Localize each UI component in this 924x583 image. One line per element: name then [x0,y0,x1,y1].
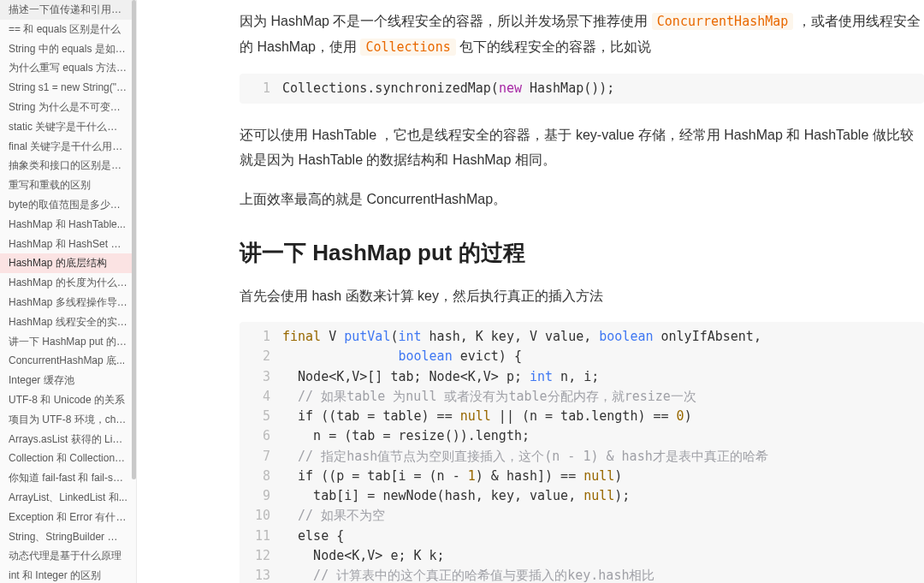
paragraph-fastest: 上面效率最高的就是 ConcurrentHashMap。 [240,187,924,212]
code-text: // 指定hash值节点为空则直接插入，这个(n - 1) & hash才是表中… [282,447,924,467]
code-line: 9 tab[i] = newNode(hash, key, value, nul… [240,486,924,506]
code-text: Node<K,V>[] tab; Node<K,V> p; int n, i; [282,367,924,387]
toc-item[interactable]: Arrays.asList 获得的 List... [0,430,136,449]
paragraph-threadsafe-intro: 因为 HashMap 不是一个线程安全的容器，所以并发场景下推荐使用 Concu… [240,9,924,60]
toc-item[interactable]: byte的取值范围是多少，... [0,195,136,215]
toc-item[interactable]: 重写和重载的区别 [0,175,136,195]
toc-item[interactable]: HashMap 的长度为什么是... [0,273,136,293]
code-line: 1final V putVal(int hash, K key, V value… [240,327,924,347]
toc-item[interactable]: HashMap 和 HashSet 的... [0,235,136,254]
code-text: // 计算表中的这个真正的哈希值与要插入的key.hash相比 [282,566,924,583]
code-line: 10 // 如果不为空 [240,506,924,526]
inline-code-concurrenthashmap: ConcurrentHashMap [652,13,794,30]
toc-item[interactable]: ConcurrentHashMap 底... [0,351,136,371]
toc-item[interactable]: String、StringBuilder 和 S... [0,527,136,547]
code-line-number: 5 [240,407,282,426]
code-line-number: 10 [240,506,282,526]
toc-item[interactable]: HashMap 和 HashTable... [0,215,136,235]
code-line-number: 8 [240,467,282,486]
code-line-number: 6 [240,426,282,446]
code-block-putval: 1final V putVal(int hash, K key, V value… [240,322,924,583]
code-text: tab[i] = newNode(hash, key, value, null)… [282,486,924,506]
toc-item[interactable]: String 为什么是不可变的、... [0,98,136,117]
keyword-new: new [499,80,522,96]
code-line: 13 // 计算表中的这个真正的哈希值与要插入的key.hash相比 [240,566,924,583]
code-line: 8 if ((p = tab[i = (n - 1) & hash]) == n… [240,467,924,486]
code-text: n = (tab = resize()).length; [282,426,924,446]
code-line: 7 // 指定hash值节点为空则直接插入，这个(n - 1) & hash才是… [240,447,924,467]
code-line: 4 // 如果table 为null 或者没有为table分配内存，就resiz… [240,387,924,407]
code-text: else { [282,526,924,546]
code-line-number: 11 [240,526,282,546]
sidebar-scrollbar[interactable] [132,0,136,583]
toc-item[interactable]: String 中的 equals 是如何... [0,39,136,59]
code-line: 2 boolean evict) { [240,347,924,366]
toc-item[interactable]: HashMap 线程安全的实现... [0,312,136,332]
toc-item[interactable]: Collection 和 Collections... [0,449,136,468]
toc-item[interactable]: static 关键字是干什么用的... [0,117,136,137]
code-line-number: 9 [240,486,282,506]
code-line: 1 Collections.synchronizedMap(new HashMa… [240,79,924,98]
sidebar-scrollbar-thumb[interactable] [132,0,136,479]
toc-list: 描述一下值传递和引用传...== 和 equals 区别是什么String 中的… [0,0,136,583]
code-line: 12 Node<K,V> e; K k; [240,546,924,566]
code-text: // 如果table 为null 或者没有为table分配内存，就resize一… [282,387,924,407]
toc-item[interactable]: String s1 = new String("a... [0,78,136,98]
article-main: 因为 HashMap 不是一个线程安全的容器，所以并发场景下推荐使用 Concu… [137,0,924,583]
code-text: Collections.synchronizedMap(new HashMap(… [282,79,924,98]
toc-item[interactable]: 讲一下 HashMap put 的过程 [0,332,136,352]
toc-item[interactable]: final 关键字是干什么用的... [0,137,136,157]
heading-hashmap-put: 讲一下 HashMap put 的过程 [240,238,924,268]
paragraph-put-intro: 首先会使用 hash 函数来计算 key，然后执行真正的插入方法 [240,283,924,309]
code-line-number: 1 [240,327,282,347]
toc-item[interactable]: == 和 equals 区别是什么 [0,20,136,39]
toc-item[interactable]: 描述一下值传递和引用传... [0,0,136,20]
toc-item[interactable]: 动态代理是基于什么原理 [0,546,136,566]
toc-item[interactable]: 你知道 fail-fast 和 fail-saf... [0,468,136,488]
article-content: 因为 HashMap 不是一个线程安全的容器，所以并发场景下推荐使用 Concu… [240,9,924,583]
code-line: 11 else { [240,526,924,546]
toc-item[interactable]: Exception 和 Error 有什么... [0,508,136,527]
text: 因为 HashMap 不是一个线程安全的容器，所以并发场景下推荐使用 [240,14,652,28]
code-line-number: 3 [240,367,282,387]
toc-item[interactable]: HashMap 多线程操作导致... [0,293,136,312]
code-line: 6 n = (tab = resize()).length; [240,426,924,446]
toc-item[interactable]: UTF-8 和 Unicode 的关系 [0,390,136,410]
sidebar-toc: 描述一下值传递和引用传...== 和 equals 区别是什么String 中的… [0,0,137,583]
code-line-number: 2 [240,347,282,366]
code-text: if ((tab = table) == null || (n = tab.le… [282,407,924,426]
code-text: final V putVal(int hash, K key, V value,… [282,327,924,347]
code-line-number: 4 [240,387,282,407]
toc-item[interactable]: 项目为 UTF-8 环境，char... [0,410,136,430]
code-text: if ((p = tab[i = (n - 1) & hash]) == nul… [282,467,924,486]
code-text: boolean evict) { [282,347,924,366]
code-line-number: 12 [240,546,282,566]
toc-item[interactable]: 为什么重写 equals 方法必... [0,58,136,78]
toc-item[interactable]: HashMap 的底层结构 [0,253,136,273]
text: 包下的线程安全的容器，比如说 [459,39,651,54]
toc-item[interactable]: ArrayList、LinkedList 和... [0,488,136,508]
code-line-number: 1 [240,79,282,98]
toc-item[interactable]: int 和 Integer 的区别 [0,566,136,583]
code-line: 3 Node<K,V>[] tab; Node<K,V> p; int n, i… [240,367,924,387]
code-block-synchronizedmap: 1 Collections.synchronizedMap(new HashMa… [240,74,924,104]
inline-code-collections: Collections [360,39,455,56]
toc-item[interactable]: Integer 缓存池 [0,371,136,390]
toc-item[interactable]: 抽象类和接口的区别是什么 [0,156,136,175]
code-text: Node<K,V> e; K k; [282,546,924,566]
code-line-number: 7 [240,447,282,467]
paragraph-hashtable: 还可以使用 HashTable ，它也是线程安全的容器，基于 key-value… [240,122,924,173]
code-text: // 如果不为空 [282,506,924,526]
code-line: 5 if ((tab = table) == null || (n = tab.… [240,407,924,426]
code-line-number: 13 [240,566,282,583]
